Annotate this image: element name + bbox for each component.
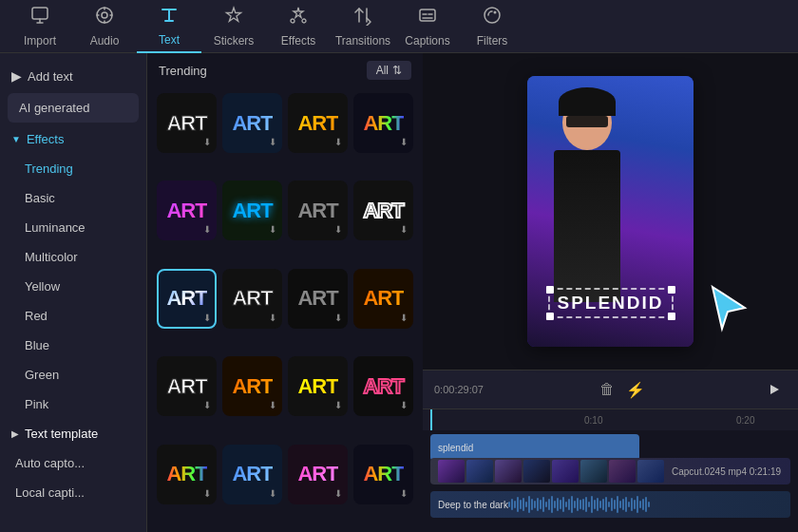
sidebar-pink[interactable]: Pink <box>0 390 146 419</box>
plus-icon: ▶ <box>11 68 22 84</box>
download-icon-5: ⬇ <box>269 224 276 235</box>
video-thumbs: Capcut.0245 mp4 0:21:19 <box>438 458 781 484</box>
center-panel: Trending All ⇅ ART ⬇ ART ⬇ ART ⬇ ART ⬇ <box>147 53 423 532</box>
sidebar-red[interactable]: Red <box>0 301 146 331</box>
track-row-video: Capcut.0245 mp4 0:21:19 <box>430 458 790 488</box>
download-icon-2: ⬇ <box>334 137 342 147</box>
thumb-7 <box>609 460 636 483</box>
timeline-playhead <box>430 409 432 430</box>
sidebar-text-template[interactable]: ▶ Text template <box>0 419 146 448</box>
arrow-down-icon: ▼ <box>11 134 21 144</box>
download-icon-3: ⬇ <box>400 137 408 147</box>
toolbar-icons: 🗑 ⚡ <box>599 381 645 399</box>
svg-point-3 <box>291 19 294 23</box>
timestamp-label: 0:00:29:07 <box>434 384 484 395</box>
nav-stickers[interactable]: Stickers <box>201 0 266 53</box>
effect-card-0[interactable]: ART ⬇ <box>157 93 217 153</box>
effect-card-19[interactable]: ART ⬇ <box>353 445 413 504</box>
thumb-6 <box>580 460 607 483</box>
sidebar-local-caption[interactable]: Local capti... <box>0 478 146 507</box>
download-icon-17: ⬇ <box>269 488 276 499</box>
sidebar-luminance[interactable]: Luminance <box>0 213 146 242</box>
download-icon-16: ⬇ <box>203 488 211 499</box>
sidebar-basic[interactable]: Basic <box>0 183 146 213</box>
download-icon-1: ⬇ <box>269 137 276 147</box>
nav-text[interactable]: Text <box>137 0 201 53</box>
splendid-track[interactable]: splendid <box>430 434 639 461</box>
preview-canvas: SPLENDID <box>527 76 694 347</box>
sidebar-yellow[interactable]: Yellow <box>0 272 146 301</box>
download-icon-9: ⬇ <box>269 313 276 323</box>
center-header: Trending All ⇅ <box>147 53 423 87</box>
download-icon-10: ⬇ <box>334 313 342 323</box>
effect-card-14[interactable]: ART ⬇ <box>288 356 348 416</box>
download-icon-13: ⬇ <box>269 400 276 410</box>
effect-card-13[interactable]: ART ⬇ <box>222 356 282 416</box>
effect-card-12[interactable]: ART ⬇ <box>157 356 217 416</box>
effect-card-15[interactable]: ART ⬇ <box>353 356 413 416</box>
thumb-4 <box>523 460 550 483</box>
text-icon <box>159 4 180 29</box>
nav-effects[interactable]: Effects <box>266 0 331 53</box>
effect-card-11[interactable]: ART ⬇ <box>353 269 413 329</box>
audio-icon <box>94 5 115 30</box>
sidebar-effects-header[interactable]: ▼ Effects <box>0 124 146 154</box>
download-icon-19: ⬇ <box>400 488 408 499</box>
nav-captions[interactable]: Captions <box>395 0 460 53</box>
nav-transitions[interactable]: Transitions <box>331 0 395 53</box>
download-icon-6: ⬇ <box>334 224 342 235</box>
captions-icon <box>417 5 438 30</box>
effects-grid: ART ⬇ ART ⬇ ART ⬇ ART ⬇ ART ⬇ ART <box>147 87 423 532</box>
thumb-3 <box>495 460 522 483</box>
cut-icon[interactable]: ⚡ <box>626 381 645 399</box>
delete-icon[interactable]: 🗑 <box>599 381 615 398</box>
effect-card-18[interactable]: ART ⬇ <box>288 445 348 504</box>
effect-card-5[interactable]: ART ⬇ <box>222 180 282 240</box>
effect-card-7[interactable]: ART ⬇ <box>353 180 413 240</box>
filters-icon <box>482 5 503 30</box>
trending-label: Trending <box>159 64 207 78</box>
right-panel: SPLENDID 0:00:29:07 � <box>423 53 798 532</box>
timeline-ruler: 0:10 0:20 <box>423 409 798 430</box>
thumb-8 <box>637 460 664 483</box>
transitions-icon <box>352 5 373 30</box>
sidebar-trending[interactable]: Trending <box>0 154 146 183</box>
download-icon-15: ⬇ <box>400 400 408 410</box>
audio-waveform <box>508 494 783 515</box>
play-button[interactable] <box>760 376 787 403</box>
download-icon-18: ⬇ <box>334 488 342 499</box>
effect-card-9[interactable]: ART ⬇ <box>222 269 282 329</box>
svg-point-7 <box>494 11 497 14</box>
filter-button[interactable]: All ⇅ <box>367 61 411 80</box>
sidebar-green[interactable]: Green <box>0 360 146 390</box>
effect-card-8[interactable]: ART ⬇ <box>157 269 217 329</box>
sidebar-multicolor[interactable]: Multicolor <box>0 242 146 272</box>
sidebar-auto-caption[interactable]: Auto capto... <box>0 448 146 478</box>
download-icon-0: ⬇ <box>203 137 211 147</box>
nav-import[interactable]: Import <box>8 0 72 53</box>
sidebar-ai-generated[interactable]: AI generated <box>8 93 139 123</box>
arrow-right-icon: ▶ <box>11 428 19 439</box>
thumb-2 <box>466 460 493 483</box>
effect-card-16[interactable]: ART ⬇ <box>157 445 217 504</box>
sidebar-add-text[interactable]: ▶ Add text <box>0 61 146 91</box>
effect-card-1[interactable]: ART ⬇ <box>222 93 282 153</box>
download-icon-12: ⬇ <box>203 400 211 410</box>
stickers-icon <box>223 5 244 30</box>
effect-card-6[interactable]: ART ⬇ <box>288 180 348 240</box>
effect-card-2[interactable]: ART ⬇ <box>288 93 348 153</box>
ruler-mark-20: 0:20 <box>736 415 754 426</box>
svg-point-6 <box>484 8 500 23</box>
timeline-tracks: splendid <box>423 430 798 532</box>
effect-card-3[interactable]: ART ⬇ <box>353 93 413 153</box>
nav-audio[interactable]: Audio <box>72 0 137 53</box>
nav-filters[interactable]: Filters <box>460 0 524 53</box>
video-track[interactable]: Capcut.0245 mp4 0:21:19 <box>430 458 790 484</box>
top-nav: Import Audio Text Stickers <box>0 0 798 53</box>
effect-card-4[interactable]: ART ⬇ <box>157 180 217 240</box>
effect-card-17[interactable]: ART ⬇ <box>222 445 282 504</box>
filter-icon: ⇅ <box>392 64 402 77</box>
sidebar-blue[interactable]: Blue <box>0 331 146 360</box>
audio-track[interactable]: Deep to the dark <box>430 491 790 518</box>
effect-card-10[interactable]: ART ⬇ <box>288 269 348 329</box>
